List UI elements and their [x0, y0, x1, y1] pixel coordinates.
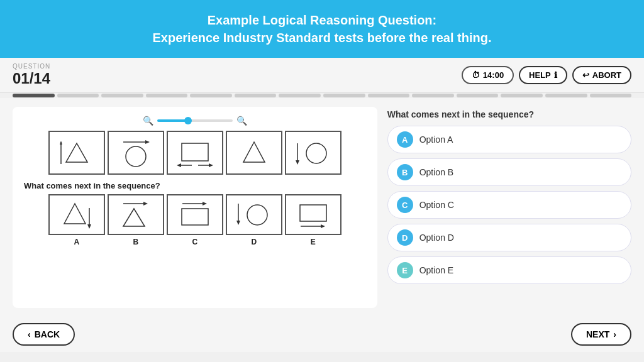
option-d-label: Option D	[419, 233, 454, 243]
help-button[interactable]: HELP ℹ	[519, 66, 567, 84]
seq-box-2	[108, 131, 164, 175]
main-content: 🔍 🔍	[0, 98, 644, 317]
progress-segment-2	[57, 94, 99, 97]
svg-marker-4	[145, 140, 150, 144]
abort-label: ABORT	[592, 70, 621, 80]
option-e-letter: E	[397, 262, 413, 278]
progress-segment-12	[501, 94, 543, 97]
ans-col-D: D	[226, 194, 282, 246]
ans-label-A: A	[74, 238, 79, 246]
options-panel: What comes next in the sequence? A Optio…	[387, 107, 631, 308]
svg-point-5	[126, 146, 146, 167]
abort-button[interactable]: ↩ ABORT	[572, 66, 631, 84]
header-title: Example Logical Reasoning Question: Expe…	[13, 11, 631, 47]
ans-col-A: A	[48, 194, 105, 246]
ans-label-D: D	[251, 238, 257, 246]
seq-img-1	[55, 136, 99, 170]
svg-marker-15	[64, 204, 86, 224]
seq-img-2	[114, 136, 158, 170]
ans-col-E: E	[285, 194, 341, 246]
svg-marker-25	[236, 221, 240, 225]
ans-col-C: C	[167, 194, 223, 246]
question-controls: ⏱ 14:00 HELP ℹ ↩ ABORT	[462, 66, 631, 84]
option-a-button[interactable]: A Option A	[387, 126, 631, 153]
answer-row: A B	[24, 194, 366, 246]
ans-label-B: B	[133, 238, 138, 246]
answer-label-text: What comes next in the sequence?	[24, 181, 366, 190]
option-b-label: Option B	[419, 167, 453, 177]
seq-img-3	[173, 136, 217, 170]
svg-marker-28	[321, 224, 325, 228]
seq-img-4	[232, 136, 276, 170]
ans-label-E: E	[311, 238, 316, 246]
zoom-out-icon: 🔍	[143, 116, 153, 126]
options-question: What comes next in the sequence?	[387, 109, 631, 119]
progress-bar	[0, 93, 644, 98]
svg-rect-29	[300, 205, 326, 221]
help-label: HELP	[529, 70, 551, 80]
svg-marker-8	[177, 163, 181, 167]
question-number: 01/14	[13, 70, 50, 87]
option-b-button[interactable]: B Option B	[387, 158, 631, 186]
zoom-in-icon: 🔍	[236, 116, 247, 126]
ans-img-B	[114, 199, 158, 231]
ans-img-E	[291, 199, 335, 231]
ans-col-B: B	[108, 194, 164, 246]
ans-box-E[interactable]	[285, 194, 341, 235]
next-button[interactable]: NEXT ›	[571, 323, 631, 346]
ans-box-B[interactable]	[108, 194, 164, 235]
option-a-label: Option A	[419, 134, 453, 145]
option-c-label: Option C	[419, 200, 454, 210]
option-e-button[interactable]: E Option E	[387, 256, 631, 284]
header-line1: Example Logical Reasoning Question:	[208, 13, 437, 27]
zoom-bar: 🔍 🔍	[24, 116, 366, 126]
svg-marker-10	[209, 163, 213, 167]
header-line2: Experience Industry Standard tests befor…	[152, 31, 491, 45]
option-a-letter: A	[397, 131, 413, 148]
seq-img-5	[291, 136, 335, 170]
svg-point-26	[247, 205, 267, 225]
progress-segment-8	[323, 94, 365, 97]
back-chevron-icon: ‹	[28, 329, 31, 339]
ans-img-A	[55, 199, 99, 231]
svg-marker-22	[203, 202, 207, 206]
svg-rect-23	[182, 209, 208, 225]
progress-segment-13	[545, 94, 587, 97]
svg-point-14	[306, 143, 326, 163]
svg-marker-2	[66, 143, 87, 162]
option-c-letter: C	[397, 197, 413, 213]
progress-segment-5	[190, 94, 232, 97]
header: Example Logical Reasoning Question: Expe…	[0, 0, 644, 58]
next-chevron-icon: ›	[613, 329, 616, 339]
info-icon: ℹ	[554, 70, 557, 80]
back-label: BACK	[35, 329, 60, 339]
ans-img-C	[173, 199, 217, 231]
ans-box-C[interactable]	[167, 194, 223, 235]
svg-marker-1	[60, 141, 62, 145]
option-b-letter: B	[397, 164, 413, 180]
svg-marker-11	[243, 142, 265, 162]
seq-box-1	[48, 131, 105, 175]
svg-marker-20	[123, 209, 145, 226]
ans-box-A[interactable]	[48, 194, 105, 235]
clock-icon: ⏱	[472, 70, 480, 80]
progress-segment-7	[279, 94, 321, 97]
timer-button[interactable]: ⏱ 14:00	[462, 66, 514, 84]
ans-label-C: C	[192, 238, 197, 246]
progress-segment-11	[457, 94, 499, 97]
option-c-button[interactable]: C Option C	[387, 191, 631, 219]
question-panel: 🔍 🔍	[13, 107, 377, 308]
progress-segment-14	[590, 94, 632, 97]
svg-marker-19	[143, 202, 148, 206]
timer-value: 14:00	[483, 70, 504, 80]
progress-segment-6	[235, 94, 277, 97]
back-button[interactable]: ‹ BACK	[13, 323, 75, 346]
next-label: NEXT	[586, 329, 609, 339]
zoom-slider[interactable]	[157, 119, 233, 122]
question-info: QUESTION 01/14	[13, 63, 50, 87]
ans-img-D	[232, 199, 276, 231]
footer: ‹ BACK NEXT ›	[0, 317, 644, 352]
option-d-button[interactable]: D Option D	[387, 224, 631, 251]
ans-box-D[interactable]	[226, 194, 282, 235]
abort-icon: ↩	[582, 70, 589, 80]
